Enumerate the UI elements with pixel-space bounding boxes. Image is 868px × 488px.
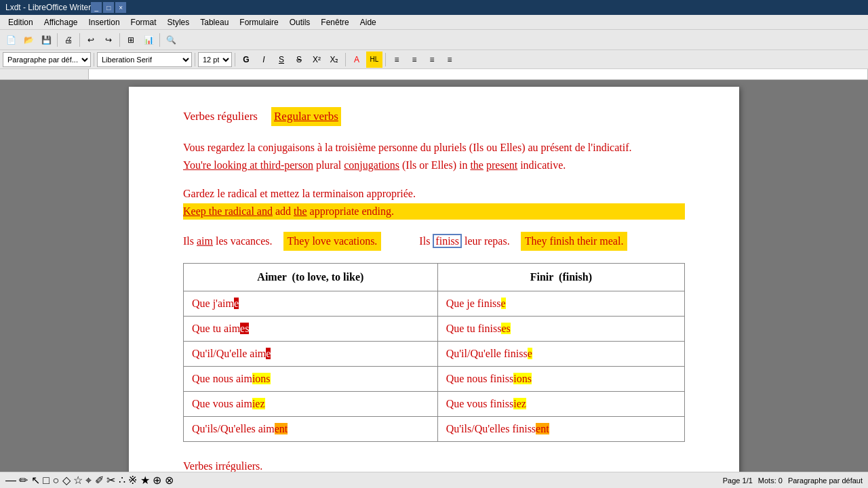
section-title-fr: Verbes réguliers [183,108,258,125]
para2-en: Keep the radical and add the appropriate… [183,203,685,220]
para2-en-and: and [257,205,273,217]
format-sep1 [94,53,94,66]
table-cell-finir-1: Que je finisse [437,291,684,316]
hl-finir-1: e [501,298,506,309]
menu-styles[interactable]: Styles [162,16,195,28]
menu-insertion[interactable]: Insertion [83,16,125,28]
align-left-button[interactable]: ≡ [389,52,405,68]
italic-button[interactable]: I [256,52,272,68]
menu-tableau[interactable]: Tableau [195,16,234,28]
insert-table-button[interactable]: ⊞ [123,32,139,48]
table-row: Qu'ils/Qu'elles aiment Qu'ils/Qu'elles f… [184,416,685,441]
hl-aimer-6: ent [275,423,288,434]
hl-aimer-5: iez [252,398,265,409]
table-cell-aimer-4: Que nous aimions [184,366,438,391]
para1-en-present: present [486,159,517,171]
para2-en-the: the [294,205,307,217]
menu-affichage[interactable]: Affichage [39,16,83,28]
strikethrough-button[interactable]: S [291,52,307,68]
maximize-button[interactable]: □ [103,2,114,13]
table-row: Que tu aimes Que tu finisses [184,316,685,341]
menu-format[interactable]: Format [125,16,162,28]
doc-area[interactable]: Verbes réguliers Regular verbs Vous rega… [0,80,868,472]
hl-aimer-1: e [234,298,239,309]
title-bar-controls[interactable]: _ □ × [91,2,126,13]
superscript-button[interactable]: X² [309,52,325,68]
title-bar-text: Lxdt - LibreOffice Writer [5,3,91,12]
menu-fenetre[interactable]: Fenêtre [315,16,354,28]
table-header-aimer: Aimer (to love, to like) [184,263,438,291]
table-row: Qu'il/Qu'elle aime Qu'il/Qu'elle finisse [184,341,685,366]
para2-fr: Gardez le radical et mettez la terminais… [183,186,685,202]
format-sep5 [385,53,386,66]
subscript-button[interactable]: X₂ [326,52,342,68]
hl-aimer-4: ions [252,373,271,384]
new-button[interactable]: 📄 [3,32,19,48]
toolbar-sep3 [119,33,120,47]
font-select[interactable]: Liberation Serif [97,52,192,67]
ex-en-box1: They love vacations. [283,232,382,251]
format-sep4 [345,53,346,66]
para1-en-ils: (Ils or Elles) in [399,159,470,171]
para1-en: You're looking at third-person plural co… [183,157,685,174]
font-color-button[interactable]: A [349,52,365,68]
bottom-style: Paragraphe par défaut [788,476,863,485]
section-title-en: Regular verbs [271,107,341,126]
table-row: Que vous aimiez Que vous finissiez [184,391,685,416]
menu-outils[interactable]: Outils [284,16,316,28]
finiss-highlight: finiss [433,234,462,248]
ex-en-box2: They finish their meal. [521,232,628,251]
minimize-button[interactable]: _ [91,2,102,13]
ex-fr1: Ils aim les vacances. [183,233,273,249]
toolbar-sep1 [57,33,58,47]
align-right-button[interactable]: ≡ [424,52,440,68]
format-bar: Paragraphe par déf... Liberation Serif 1… [0,50,868,69]
align-center-button[interactable]: ≡ [406,52,422,68]
ex-fr2: Ils finiss leur repas. [419,233,509,249]
para2-en-keep: Keep the radical [183,205,257,217]
ex-aim-underline: aim [197,235,213,247]
irregular-section: Verbes irréguliers. Aller Avoir Être Fai… [183,458,685,472]
para2-en-add: add [273,205,294,217]
paragraph-style-select[interactable]: Paragraphe par déf... [3,52,91,67]
para1-en-the: the [470,159,484,171]
irregular-title: Verbes irréguliers. [183,458,685,472]
hl-finir-6: ent [536,423,549,434]
highlight-button[interactable]: HL [366,52,382,68]
example-line: Ils aim les vacances. They love vacation… [183,232,685,251]
hl-finir-5: iez [513,398,526,409]
menu-edition[interactable]: Edition [3,16,39,28]
close-button[interactable]: × [115,2,126,13]
table-row: Que j'aime Que je finisse [184,291,685,316]
para1-en-conj: conjugations [344,159,399,171]
undo-button[interactable]: ↩ [83,32,99,48]
table-cell-aimer-3: Qu'il/Qu'elle aime [184,341,438,366]
justify-button[interactable]: ≡ [441,52,458,68]
redo-button[interactable]: ↪ [100,32,117,48]
table-cell-aimer-5: Que vous aimiez [184,391,438,416]
underline-button[interactable]: S [273,52,290,68]
para1-fr: Vous regardez la conjugaisons à la trois… [183,140,685,156]
table-cell-finir-6: Qu'ils/Qu'elles finissent [437,416,684,441]
title-bar: Lxdt - LibreOffice Writer _ □ × [0,0,868,15]
draw-tools[interactable]: — ✏ ↖ □ ○ ◇ ☆ ⌖ ✐ ✂ ∴ ※ ★ ⊕ ⊗ [5,474,174,487]
toolbar-sep2 [79,33,80,47]
ruler [0,69,868,80]
page: Verbes réguliers Regular verbs Vous rega… [129,87,739,472]
para1-en-third: third-person [260,159,313,171]
zoom-button[interactable]: 🔍 [163,32,179,48]
menu-formulaire[interactable]: Formulaire [234,16,283,28]
font-size-select[interactable]: 12 pt [198,52,232,67]
para1-block: Vous regardez la conjugaisons à la trois… [183,140,685,174]
bottom-words: Mots: 0 [758,476,783,485]
menu-aide[interactable]: Aide [355,16,382,28]
bottom-bar: — ✏ ↖ □ ○ ◇ ☆ ⌖ ✐ ✂ ∴ ※ ★ ⊕ ⊗ Page 1/1 M… [0,472,868,488]
menu-bar: Edition Affichage Insertion Format Style… [0,15,868,30]
para2-en-appropriate: appropriate ending. [307,205,394,217]
print-button[interactable]: 🖨 [60,32,77,48]
save-button[interactable]: 💾 [38,32,54,48]
insert-chart-button[interactable]: 📊 [140,32,157,48]
table-cell-finir-4: Que nous finissions [437,366,684,391]
open-button[interactable]: 📂 [20,32,37,48]
bold-button[interactable]: G [238,52,254,68]
